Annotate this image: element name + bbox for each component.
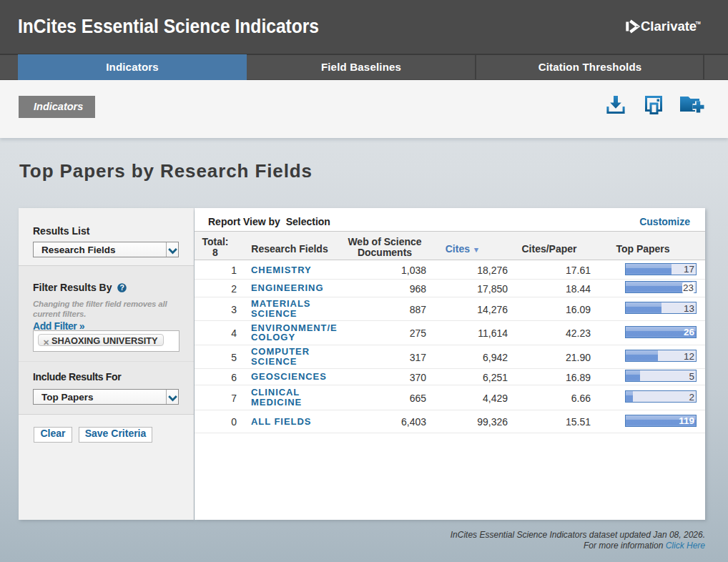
- svg-text:?: ?: [120, 283, 124, 292]
- svg-text:TM: TM: [696, 21, 701, 25]
- svg-text:Clarivate: Clarivate: [641, 19, 697, 34]
